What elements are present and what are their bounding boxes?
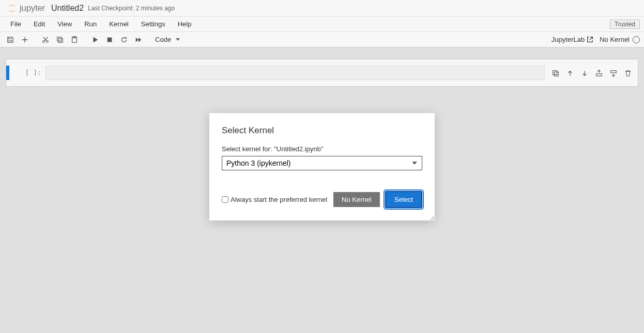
modal-footer: Always start the preferred kernel No Ker… bbox=[222, 191, 422, 208]
select-button[interactable]: Select bbox=[385, 191, 422, 208]
kernel-select-wrap[interactable]: Python 3 (ipykernel) bbox=[222, 156, 422, 170]
modal-label: Select kernel for: "Untitled2.ipynb" bbox=[222, 145, 422, 153]
always-start-label: Always start the preferred kernel bbox=[231, 196, 327, 203]
modal-title: Select Kernel bbox=[222, 125, 422, 136]
modal-overlay: Select Kernel Select kernel for: "Untitl… bbox=[0, 0, 644, 333]
always-start-checkbox-wrap[interactable]: Always start the preferred kernel bbox=[222, 196, 327, 203]
always-start-checkbox[interactable] bbox=[222, 196, 228, 203]
kernel-select[interactable]: Python 3 (ipykernel) bbox=[222, 156, 422, 170]
select-kernel-modal: Select Kernel Select kernel for: "Untitl… bbox=[209, 113, 435, 220]
no-kernel-button[interactable]: No Kernel bbox=[333, 192, 380, 207]
